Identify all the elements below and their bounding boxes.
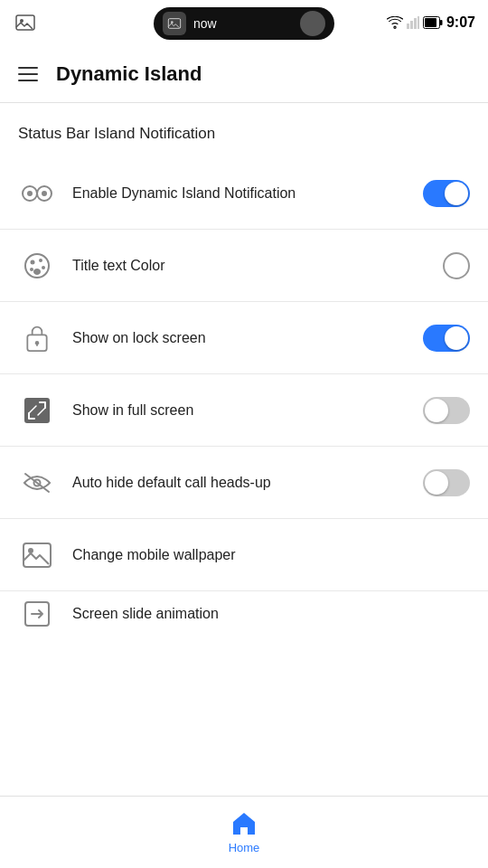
auto-hide-call-label: Auto hide default call heads-up <box>72 475 407 491</box>
svg-rect-23 <box>24 398 50 423</box>
show-in-full-screen-toggle[interactable] <box>423 397 470 424</box>
nav-item-home[interactable]: Home <box>229 810 260 854</box>
pill-text: now <box>193 16 217 31</box>
svg-rect-4 <box>407 24 409 29</box>
wifi-icon <box>387 16 403 29</box>
dynamic-island-pill: now <box>154 7 334 40</box>
enable-dynamic-island-toggle[interactable] <box>423 180 470 207</box>
svg-rect-7 <box>418 16 419 29</box>
page-title: Dynamic Island <box>56 62 202 86</box>
status-bar: now 9:07 <box>0 0 488 45</box>
image-icon <box>18 536 56 574</box>
settings-item-title-text-color[interactable]: Title text Color <box>0 230 488 302</box>
eye-slash-icon <box>18 464 56 502</box>
svg-point-12 <box>27 191 33 196</box>
signal-icon <box>407 16 419 29</box>
home-icon <box>230 810 258 837</box>
screen-slide-label: Screen slide animation <box>72 606 470 622</box>
settings-item-enable-dynamic-island[interactable]: Enable Dynamic Island Notification <box>0 157 488 230</box>
status-bar-right: 9:07 <box>387 14 475 31</box>
svg-rect-22 <box>36 343 38 346</box>
change-wallpaper-label: Change mobile wallpaper <box>72 547 470 563</box>
svg-rect-26 <box>23 543 51 567</box>
pill-photo-icon <box>163 12 186 35</box>
svg-point-19 <box>30 268 33 271</box>
lock-screen-icon <box>18 319 56 357</box>
show-on-lock-screen-toggle[interactable] <box>423 325 470 352</box>
settings-list: Enable Dynamic Island Notification Title… <box>0 157 488 637</box>
hamburger-menu-icon[interactable] <box>18 67 38 81</box>
app-header: Dynamic Island <box>0 45 488 103</box>
battery-icon <box>423 16 443 29</box>
color-circle-control[interactable] <box>443 252 470 279</box>
show-on-lock-screen-label: Show on lock screen <box>72 330 407 346</box>
fullscreen-icon <box>18 392 56 429</box>
arrow-icon <box>18 595 56 633</box>
home-nav-label: Home <box>229 841 260 854</box>
settings-item-change-wallpaper[interactable]: Change mobile wallpaper <box>0 519 488 591</box>
pill-avatar <box>300 11 325 36</box>
section-label: Status Bar Island Notification <box>0 103 488 157</box>
svg-point-16 <box>31 259 35 264</box>
svg-rect-9 <box>425 18 436 27</box>
svg-rect-10 <box>440 20 443 25</box>
dynamic-island-dots-icon <box>18 175 56 212</box>
status-bar-left <box>13 10 38 35</box>
title-text-color-label: Title text Color <box>72 258 427 274</box>
svg-rect-6 <box>414 18 417 29</box>
svg-point-14 <box>42 191 47 196</box>
settings-item-screen-slide[interactable]: Screen slide animation <box>0 591 488 637</box>
settings-item-auto-hide-call[interactable]: Auto hide default call heads-up <box>0 447 488 519</box>
show-in-full-screen-label: Show in full screen <box>72 402 407 419</box>
settings-item-show-in-full-screen[interactable]: Show in full screen <box>0 374 488 447</box>
enable-dynamic-island-label: Enable Dynamic Island Notification <box>72 185 407 202</box>
svg-rect-5 <box>410 21 413 29</box>
svg-point-18 <box>42 266 45 269</box>
settings-item-show-on-lock-screen[interactable]: Show on lock screen <box>0 302 488 374</box>
palette-icon <box>18 247 56 285</box>
auto-hide-call-toggle[interactable] <box>423 469 470 496</box>
svg-point-17 <box>39 259 42 262</box>
status-bar-photo-icon <box>13 10 38 35</box>
status-time: 9:07 <box>446 14 475 31</box>
bottom-nav: Home <box>0 796 488 868</box>
